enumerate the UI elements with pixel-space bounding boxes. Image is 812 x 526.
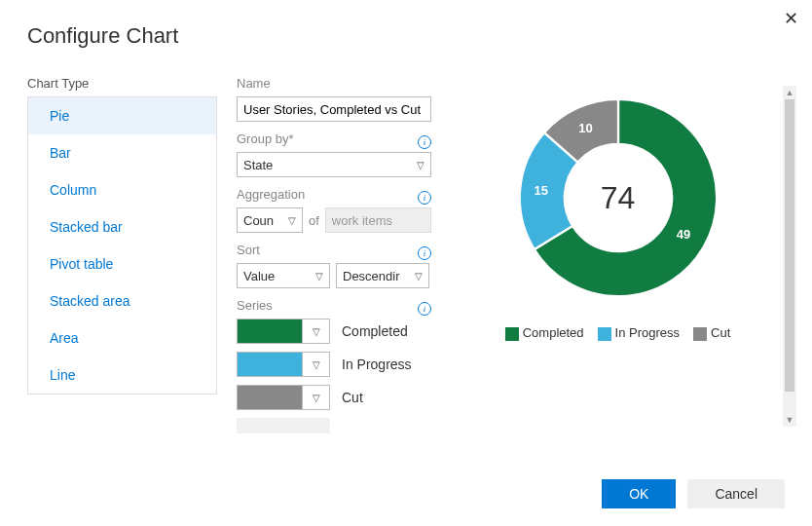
legend-item: In Progress bbox=[598, 325, 680, 341]
chart-type-list: PieBarColumnStacked barPivot tableStacke… bbox=[27, 96, 217, 394]
chevron-down-icon: ▽ bbox=[302, 353, 329, 376]
color-swatch bbox=[238, 319, 302, 343]
scroll-up-icon[interactable]: ▲ bbox=[786, 86, 794, 99]
sort-label: Sort bbox=[237, 243, 260, 257]
sort-field-value: Value bbox=[243, 269, 275, 283]
chart-type-pivot-table[interactable]: Pivot table bbox=[28, 245, 216, 282]
series-label: In Progress bbox=[342, 357, 412, 372]
color-swatch bbox=[238, 353, 302, 376]
info-icon[interactable]: i bbox=[418, 246, 431, 260]
legend-swatch bbox=[693, 327, 707, 341]
of-value: work items bbox=[325, 207, 431, 233]
series-row: ▽Completed bbox=[237, 319, 431, 344]
scroll-down-icon[interactable]: ▼ bbox=[786, 413, 794, 427]
series-color-picker[interactable]: ▽ bbox=[237, 319, 330, 344]
chart-type-bar[interactable]: Bar bbox=[28, 134, 216, 171]
ok-button[interactable]: OK bbox=[602, 479, 676, 508]
chevron-down-icon: ▽ bbox=[302, 386, 329, 409]
group-by-select[interactable]: State ▽ bbox=[237, 152, 431, 177]
sort-direction-select[interactable]: Descendir ▽ bbox=[336, 263, 429, 288]
group-by-label: Group by* bbox=[237, 132, 294, 146]
chart-type-pie[interactable]: Pie bbox=[28, 97, 216, 134]
color-swatch bbox=[238, 386, 302, 409]
name-label: Name bbox=[237, 76, 431, 91]
series-label: Completed bbox=[342, 323, 408, 339]
sort-direction-value: Descendir bbox=[343, 269, 400, 283]
chevron-down-icon: ▽ bbox=[315, 271, 323, 282]
scroll-thumb[interactable] bbox=[785, 99, 794, 392]
chevron-down-icon: ▽ bbox=[302, 319, 329, 343]
aggregation-select[interactable]: Coun ▽ bbox=[237, 207, 303, 233]
scrollbar[interactable]: ▲ ▼ bbox=[783, 86, 796, 427]
legend-item: Completed bbox=[505, 325, 584, 341]
legend-item: Cut bbox=[693, 325, 730, 341]
series-label: Cut bbox=[342, 390, 363, 405]
chart-type-label: Chart Type bbox=[27, 76, 217, 91]
series-color-picker[interactable]: ▽ bbox=[237, 352, 330, 377]
chart-type-stacked-area[interactable]: Stacked area bbox=[28, 282, 216, 319]
slice-value: 49 bbox=[677, 227, 690, 242]
chevron-down-icon: ▽ bbox=[415, 271, 423, 282]
info-icon[interactable]: i bbox=[418, 191, 431, 205]
series-color-picker[interactable]: ▽ bbox=[237, 385, 330, 410]
donut-chart: 74 491510 bbox=[506, 86, 730, 310]
sort-field-select[interactable]: Value ▽ bbox=[237, 263, 330, 288]
chart-type-area[interactable]: Area bbox=[28, 319, 216, 357]
legend-swatch bbox=[505, 327, 519, 341]
slice-value: 10 bbox=[578, 121, 592, 135]
chart-type-stacked-bar[interactable]: Stacked bar bbox=[28, 208, 216, 245]
series-label: Series bbox=[237, 298, 273, 313]
close-icon[interactable]: ✕ bbox=[784, 8, 798, 29]
info-icon[interactable]: i bbox=[418, 135, 431, 149]
series-list: ▽Completed▽In Progress▽Cut bbox=[237, 319, 431, 410]
info-icon[interactable]: i bbox=[418, 302, 431, 316]
ghost-swatch bbox=[237, 418, 330, 433]
series-row: ▽In Progress bbox=[237, 352, 431, 377]
aggregation-value: Coun bbox=[243, 213, 274, 228]
chevron-down-icon: ▽ bbox=[417, 160, 424, 170]
dialog-title: Configure Chart bbox=[27, 23, 785, 49]
chart-type-line[interactable]: Line bbox=[28, 357, 216, 394]
series-row: ▽Cut bbox=[237, 385, 431, 410]
chart-legend: CompletedIn ProgressCut bbox=[505, 325, 731, 341]
name-input[interactable] bbox=[237, 96, 431, 122]
group-by-value: State bbox=[243, 158, 273, 172]
chevron-down-icon: ▽ bbox=[288, 215, 296, 226]
chart-type-column[interactable]: Column bbox=[28, 171, 216, 208]
slice-value: 15 bbox=[535, 183, 548, 198]
aggregation-label: Aggregation bbox=[237, 187, 305, 202]
legend-swatch bbox=[598, 327, 611, 341]
of-text: of bbox=[309, 213, 319, 228]
cancel-button[interactable]: Cancel bbox=[687, 479, 785, 508]
donut-total: 74 bbox=[601, 180, 636, 216]
